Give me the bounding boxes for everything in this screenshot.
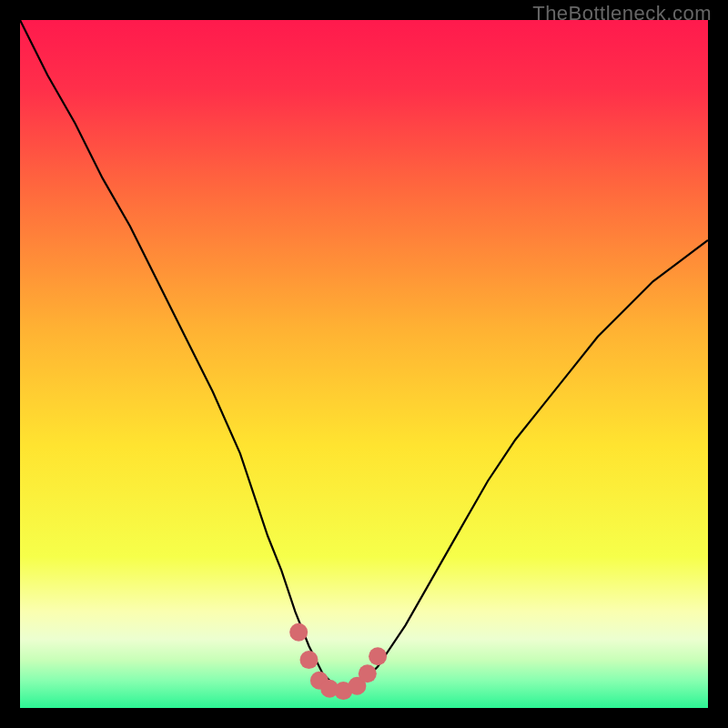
- dot: [369, 647, 387, 665]
- gradient-background: [20, 20, 708, 708]
- dot: [300, 651, 318, 669]
- dot: [289, 623, 308, 642]
- chart-svg: [20, 20, 708, 708]
- watermark-text: TheBottleneck.com: [532, 2, 712, 25]
- chart-frame: TheBottleneck.com: [0, 0, 728, 728]
- dot: [359, 664, 377, 682]
